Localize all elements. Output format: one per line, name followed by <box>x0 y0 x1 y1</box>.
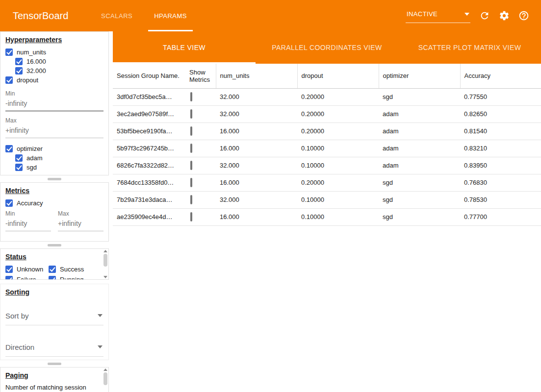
column-header-dropout[interactable]: dropout <box>297 64 379 88</box>
show-metrics-checkbox[interactable] <box>190 178 192 187</box>
paging-heading: Paging <box>5 371 103 379</box>
num-units-16-checkbox[interactable] <box>15 58 23 65</box>
metrics-max-input[interactable] <box>58 217 103 231</box>
cell-accuracy: 0.78530 <box>460 191 541 208</box>
optimizer-sgd-checkbox[interactable] <box>15 164 23 171</box>
scroll-up-icon[interactable] <box>103 250 107 252</box>
scroll-down-icon[interactable] <box>103 276 107 278</box>
cell-accuracy: 0.77550 <box>460 88 541 105</box>
resize-handle[interactable] <box>0 360 109 367</box>
tab-parallel-coordinates-view[interactable]: PARALLEL COORDINATES VIEW <box>256 31 398 64</box>
show-metrics-checkbox[interactable] <box>190 92 192 101</box>
cell-session-group-name: 5b97f3c2967245b… <box>113 140 185 157</box>
metrics-min-input[interactable] <box>5 217 51 231</box>
status-scrollbar[interactable] <box>103 250 108 278</box>
cell-show-metrics <box>185 88 216 105</box>
resize-handle[interactable] <box>0 175 109 182</box>
optimizer-checkbox[interactable] <box>5 145 13 152</box>
session-groups-table: Session Group Name. Show Metrics num_uni… <box>113 64 541 226</box>
resize-handle[interactable] <box>0 242 109 248</box>
cell-num-units: 32.000 <box>216 157 297 174</box>
tab-table-view[interactable]: TABLE VIEW <box>113 31 256 64</box>
tab-scatter-plot-matrix-view[interactable]: SCATTER PLOT MATRIX VIEW <box>398 31 541 64</box>
cell-dropout: 0.20000 <box>297 88 379 105</box>
num-units-32-checkbox[interactable] <box>15 67 23 74</box>
column-header-num-units[interactable]: num_units <box>216 64 297 88</box>
dropout-max-input[interactable] <box>5 124 103 138</box>
paging-scrollbar[interactable] <box>103 368 108 392</box>
status-success-label: Success <box>60 266 84 273</box>
cell-accuracy: 0.77700 <box>460 208 541 225</box>
column-header-session-group-name[interactable]: Session Group Name. <box>113 64 185 88</box>
optimizer-label: optimizer <box>17 145 43 152</box>
scroll-up-icon[interactable] <box>103 368 107 371</box>
num-units-checkbox[interactable] <box>5 49 13 56</box>
status-success-checkbox[interactable] <box>49 266 56 273</box>
status-dropdown[interactable]: INACTIVE <box>406 8 470 23</box>
accuracy-checkbox[interactable] <box>5 199 13 207</box>
status-unknown-checkbox[interactable] <box>5 266 13 273</box>
table-header-row: Session Group Name. Show Metrics num_uni… <box>113 64 541 88</box>
dropout-max-label: Max <box>5 117 103 124</box>
column-header-show-metrics[interactable]: Show Metrics <box>185 64 216 88</box>
num-units-16-label: 16.000 <box>26 58 46 65</box>
status-running-checkbox[interactable] <box>49 276 56 280</box>
show-metrics-checkbox[interactable] <box>190 126 192 136</box>
status-unknown-label: Unknown <box>17 266 43 273</box>
dropout-min-input[interactable] <box>5 97 103 111</box>
gear-icon[interactable] <box>499 10 510 21</box>
show-metrics-checkbox[interactable] <box>190 109 192 119</box>
cell-show-metrics <box>185 105 216 122</box>
direction-select[interactable]: Direction <box>5 340 103 357</box>
metrics-minmax: Min Max <box>5 210 103 231</box>
cell-optimizer: adam <box>379 122 460 140</box>
hparams-main: TABLE VIEW PARALLEL COORDINATES VIEW SCA… <box>113 31 541 392</box>
sort-by-value: Sort by <box>5 312 29 320</box>
table-row: ae235909ec4e4d… 16.000 0.10000 sgd 0.777… <box>113 208 541 225</box>
cell-show-metrics <box>185 157 216 174</box>
section-status: Status Unknown Success Failure Running <box>0 248 109 280</box>
status-option-row: Running <box>49 275 97 280</box>
num-units-32-label: 32.000 <box>26 67 46 74</box>
optimizer-adam-label: adam <box>26 154 43 162</box>
hyperparameters-heading: Hyperparameters <box>5 36 103 44</box>
cell-optimizer: sgd <box>379 174 460 191</box>
help-icon[interactable] <box>518 10 529 21</box>
cell-accuracy: 0.82650 <box>460 105 541 122</box>
cell-optimizer: sgd <box>379 88 460 105</box>
top-nav: SCALARS HPARAMS <box>90 0 198 31</box>
show-metrics-checkbox[interactable] <box>190 195 192 204</box>
tab-hparams[interactable]: HPARAMS <box>143 0 198 31</box>
paging-summary: Number of matching session groups: 8 <box>5 383 103 392</box>
scrollbar-thumb[interactable] <box>103 372 107 385</box>
cell-optimizer: sgd <box>379 191 460 208</box>
tab-scalars[interactable]: SCALARS <box>90 0 143 31</box>
cell-num-units: 32.000 <box>216 191 297 208</box>
optimizer-sgd-label: sgd <box>26 164 37 171</box>
cell-session-group-name: 6826c7fa3322d82… <box>113 157 185 174</box>
cell-session-group-name: 53bf5bece9190fa… <box>113 122 185 140</box>
cell-session-group-name: 3ec2aed9e07589f… <box>113 105 185 122</box>
show-metrics-checkbox[interactable] <box>190 144 192 153</box>
cell-num-units: 32.000 <box>216 105 297 122</box>
sort-by-select[interactable]: Sort by <box>5 309 103 325</box>
cell-num-units: 16.000 <box>216 174 297 191</box>
cell-optimizer: adam <box>379 105 460 122</box>
metrics-heading: Metrics <box>5 187 103 195</box>
cell-dropout: 0.10000 <box>297 140 379 157</box>
optimizer-adam-checkbox[interactable] <box>15 154 23 162</box>
hparams-sidebar: Hyperparameters num_units 16.000 32.000 … <box>0 31 109 392</box>
column-header-accuracy[interactable]: Accuracy <box>460 64 541 88</box>
scrollbar-thumb[interactable] <box>103 254 107 267</box>
metric-accuracy-row: Accuracy <box>5 198 103 207</box>
cell-dropout: 0.20000 <box>297 105 379 122</box>
show-metrics-checkbox[interactable] <box>190 161 192 170</box>
dropout-checkbox[interactable] <box>5 76 13 84</box>
optimizer-value-row: sgd <box>15 163 103 172</box>
column-header-optimizer[interactable]: optimizer <box>379 64 460 88</box>
cell-optimizer: sgd <box>379 208 460 225</box>
show-metrics-checkbox[interactable] <box>190 212 192 221</box>
status-failure-checkbox[interactable] <box>5 276 13 280</box>
refresh-icon[interactable] <box>479 10 490 21</box>
table-row: 5b97f3c2967245b… 16.000 0.10000 adam 0.8… <box>113 140 541 157</box>
